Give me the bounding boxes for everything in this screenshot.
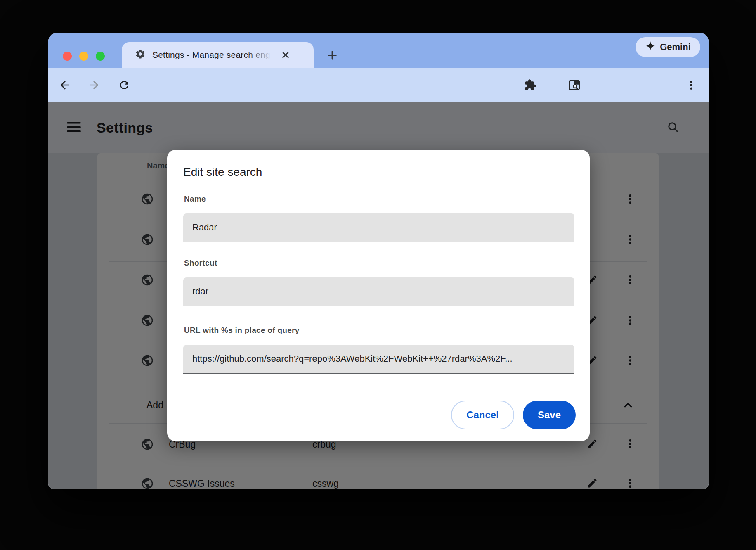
url-field[interactable] bbox=[183, 345, 574, 374]
gemini-spark-icon bbox=[645, 40, 656, 54]
screenshot-stage: Settings - Manage search eng Gemini bbox=[0, 0, 756, 550]
dialog-title: Edit site search bbox=[183, 166, 262, 179]
back-button[interactable] bbox=[58, 78, 72, 92]
tab-title: Settings - Manage search eng bbox=[152, 50, 276, 60]
save-button[interactable]: Save bbox=[523, 401, 576, 429]
close-window-button[interactable] bbox=[63, 52, 72, 61]
gemini-button[interactable]: Gemini bbox=[636, 37, 700, 57]
side-panel-search-icon[interactable] bbox=[567, 78, 581, 92]
name-field-label: Name bbox=[184, 194, 206, 204]
shortcut-field-label: Shortcut bbox=[184, 258, 217, 268]
minimize-window-button[interactable] bbox=[79, 52, 88, 61]
gemini-label: Gemini bbox=[660, 42, 691, 52]
browser-window: Settings - Manage search eng Gemini bbox=[48, 33, 709, 489]
browser-menu-icon[interactable] bbox=[684, 78, 698, 92]
settings-gear-favicon-icon bbox=[135, 49, 146, 61]
extensions-icon[interactable] bbox=[523, 78, 537, 92]
reload-button[interactable] bbox=[117, 78, 131, 92]
tab-close-icon[interactable] bbox=[279, 48, 293, 62]
edit-site-search-dialog: Edit site search Name Shortcut URL with … bbox=[167, 150, 590, 441]
cancel-button[interactable]: Cancel bbox=[451, 401, 514, 429]
name-field[interactable] bbox=[183, 213, 574, 242]
browser-toolbar: Chrome chrome://settings/searchEngines bbox=[48, 68, 709, 102]
url-field-label: URL with %s in place of query bbox=[184, 326, 300, 335]
tab-strip: Settings - Manage search eng Gemini bbox=[48, 33, 709, 68]
zoom-window-button[interactable] bbox=[96, 52, 105, 61]
shortcut-field[interactable] bbox=[183, 277, 574, 306]
new-tab-button[interactable] bbox=[324, 47, 340, 64]
tab-settings[interactable]: Settings - Manage search eng bbox=[122, 42, 314, 68]
forward-button[interactable] bbox=[87, 78, 101, 92]
